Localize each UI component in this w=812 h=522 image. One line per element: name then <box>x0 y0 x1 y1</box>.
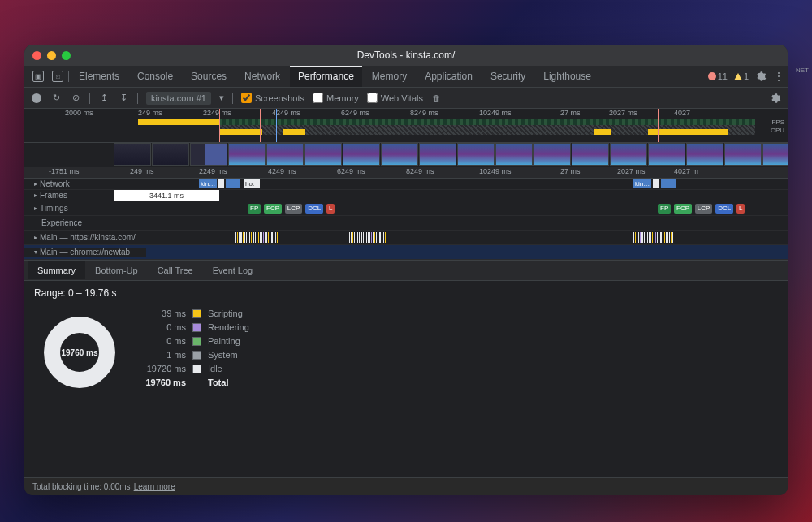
timing-fp[interactable]: FP <box>248 204 261 214</box>
track-timings[interactable]: Timings FP FCP LCP DCL L FP FCP LCP DCL … <box>24 201 788 216</box>
net-bar[interactable] <box>653 179 659 188</box>
donut-chart: 19760 ms <box>42 315 117 390</box>
screenshot-thumb[interactable] <box>495 143 533 166</box>
net-bar[interactable] <box>661 179 676 188</box>
record-button[interactable] <box>31 93 42 104</box>
reload-record-button[interactable]: ↻ <box>50 93 62 104</box>
subtab-bottomup[interactable]: Bottom-Up <box>85 261 148 279</box>
close-icon[interactable] <box>32 51 41 60</box>
learn-more-link[interactable]: Learn more <box>134 482 175 491</box>
frame-tooltip: 3441.1 ms <box>114 190 219 201</box>
timing-lcp[interactable]: LCP <box>285 204 303 214</box>
device-toggle-icon[interactable]: ⏍ <box>52 71 63 82</box>
tl-tick: 4027 m <box>674 167 698 175</box>
screenshot-thumb[interactable] <box>762 143 788 166</box>
tab-security[interactable]: Security <box>482 66 533 87</box>
tab-application[interactable]: Application <box>417 66 481 87</box>
filmstrip[interactable]: NET <box>24 143 788 167</box>
inspect-icon[interactable]: ▣ <box>32 71 44 82</box>
target-select[interactable]: kinsta.com #1 <box>146 92 211 105</box>
track-experience[interactable]: Experience <box>24 216 788 231</box>
screenshot-thumb[interactable] <box>686 143 723 166</box>
tab-lighthouse[interactable]: Lighthouse <box>535 66 599 87</box>
subtab-summary[interactable]: Summary <box>28 261 85 279</box>
timing-l[interactable]: L <box>736 204 745 214</box>
fps-label: FPS <box>771 119 784 126</box>
overview-section[interactable]: 2000 ms 249 ms 2249 ms 4249 ms 6249 ms 8… <box>24 109 788 143</box>
save-button[interactable]: ↧ <box>118 93 129 104</box>
tl-tick: 6249 ms <box>337 167 365 175</box>
screenshot-thumb[interactable] <box>648 143 685 166</box>
kebab-icon[interactable]: ⋮ <box>773 70 783 83</box>
tl-tick: 2249 ms <box>199 167 227 175</box>
cpu-chart <box>219 125 755 135</box>
screenshot-thumb[interactable] <box>228 143 266 166</box>
net-bar[interactable]: kin… <box>199 179 217 188</box>
tab-console[interactable]: Console <box>129 66 181 87</box>
net-bar[interactable]: ho. <box>244 179 260 188</box>
timing-dcl[interactable]: DCL <box>715 204 733 214</box>
traffic-lights <box>32 51 71 60</box>
net-bar[interactable] <box>226 179 240 188</box>
screenshot-thumb[interactable] <box>190 143 227 166</box>
ov-tick: 2027 ms <box>609 109 637 117</box>
errors-badge[interactable]: 11 <box>708 71 728 81</box>
timing-lcp[interactable]: LCP <box>695 204 713 214</box>
timing-fcp[interactable]: FCP <box>264 204 282 214</box>
minimize-icon[interactable] <box>47 51 56 60</box>
memory-checkbox[interactable]: Memory <box>313 93 359 103</box>
tab-elements[interactable]: Elements <box>71 66 127 87</box>
subtab-calltree[interactable]: Call Tree <box>148 261 203 279</box>
tl-tick: 27 ms <box>560 167 581 175</box>
screenshot-thumb[interactable] <box>381 143 418 166</box>
track-main-newtab[interactable]: Main — chrome://newtab <box>24 245 788 260</box>
tab-sources[interactable]: Sources <box>183 66 235 87</box>
swatch-rendering <box>192 323 201 332</box>
flame-chart[interactable] <box>633 232 780 243</box>
screenshots-checkbox[interactable]: Screenshots <box>241 93 304 103</box>
screenshot-thumb[interactable] <box>457 143 495 166</box>
subtab-eventlog[interactable]: Event Log <box>203 261 263 279</box>
ov-tick: 2249 ms <box>203 109 231 117</box>
screenshot-thumb[interactable] <box>304 143 342 166</box>
timing-dcl[interactable]: DCL <box>305 204 323 214</box>
flame-chart[interactable] <box>349 232 512 243</box>
zoom-icon[interactable] <box>62 51 71 60</box>
swatch-scripting <box>192 309 201 318</box>
timeline-ruler[interactable]: -1751 ms 249 ms 2249 ms 4249 ms 6249 ms … <box>24 167 788 179</box>
screenshot-thumb[interactable] <box>533 143 571 166</box>
gear-icon[interactable] <box>755 71 767 82</box>
trash-icon[interactable]: 🗑 <box>431 93 443 104</box>
timing-fp[interactable]: FP <box>658 204 671 214</box>
legend-row: 19720 msIdle <box>141 364 249 373</box>
flame-chart[interactable] <box>235 232 333 243</box>
net-bar[interactable] <box>218 179 224 188</box>
clear-button[interactable]: ⊘ <box>70 93 81 104</box>
tl-tick: 2027 ms <box>617 167 646 175</box>
timing-l[interactable]: L <box>326 204 335 214</box>
screenshot-thumb[interactable] <box>724 143 762 166</box>
capture-settings-icon[interactable] <box>770 93 781 104</box>
devtools-window: DevTools - kinsta.com/ ▣ ⏍ Elements Cons… <box>24 45 788 495</box>
timing-fcp[interactable]: FCP <box>674 204 692 214</box>
tl-tick: 10249 ms <box>479 167 512 175</box>
tab-memory[interactable]: Memory <box>364 66 415 87</box>
tab-performance[interactable]: Performance <box>290 66 362 87</box>
screenshot-thumb[interactable] <box>266 143 304 166</box>
track-network[interactable]: Network kin… ho. kin… <box>24 179 788 190</box>
track-frames[interactable]: Frames 3441.1 ms <box>24 190 788 201</box>
screenshot-thumb[interactable] <box>114 143 151 166</box>
screenshot-thumb[interactable] <box>152 143 189 166</box>
tab-network[interactable]: Network <box>236 66 288 87</box>
load-button[interactable]: ↥ <box>98 93 110 104</box>
track-main-kinsta[interactable]: Main — https://kinsta.com/ <box>24 231 788 245</box>
screenshot-thumb[interactable] <box>610 143 647 166</box>
screenshot-thumb[interactable] <box>419 143 456 166</box>
warnings-badge[interactable]: 1 <box>734 71 749 81</box>
ov-tick: 27 ms <box>560 109 581 117</box>
swatch-idle <box>192 365 201 373</box>
screenshot-thumb[interactable] <box>572 143 609 166</box>
webvitals-checkbox[interactable]: Web Vitals <box>367 93 423 103</box>
screenshot-thumb[interactable] <box>343 143 380 166</box>
net-bar[interactable]: kin… <box>633 179 651 188</box>
